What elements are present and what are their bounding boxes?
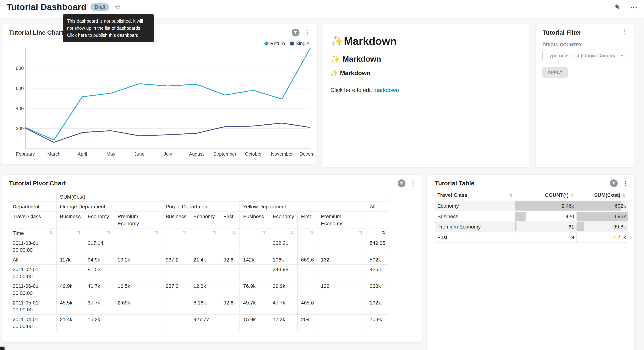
sort-icon[interactable]: ⇅ [310, 230, 314, 236]
sum-cell: 696k [576, 211, 628, 222]
sum-cell: 99.8k [576, 222, 628, 232]
pivot-cell [114, 314, 162, 331]
pivot-cell: 132 [317, 281, 366, 298]
edit-pencil-icon[interactable]: ✎ [614, 3, 620, 11]
sum-cell: 1.71k [576, 232, 628, 243]
pivot-cell: 12.3k [190, 281, 220, 298]
pivot-cell: 49.9k [56, 281, 84, 298]
pivot-sort-cell: ⇅ [240, 228, 269, 238]
card-icon-group: ⋮ [621, 29, 629, 35]
pivot-cell: 2.69k [114, 298, 162, 314]
travel-class-cell: Business [435, 211, 515, 222]
sort-icon[interactable]: ⇅ [359, 230, 363, 236]
sort-icon[interactable]: ⇅ [49, 230, 53, 236]
svg-text:March: March [47, 151, 60, 157]
sort-icon[interactable]: ⇅ [212, 230, 216, 236]
pivot-cell: 70.9k [366, 314, 389, 331]
sort-icon[interactable]: ⇅ [290, 230, 294, 236]
more-menu-icon[interactable]: ⋯ [630, 3, 638, 12]
sort-icon[interactable]: ⇅ [622, 193, 626, 198]
pivot-cell: 192k [366, 298, 389, 314]
pivot-row-label: 2011-04-01 00:00:00 [9, 314, 56, 331]
pivot-col-header: Business [56, 212, 84, 228]
bottom-left-cutoff-widget[interactable] [0, 346, 4, 350]
pivot-row: 2011-03-01 00:00:00217.14332.21549.35 [9, 238, 389, 255]
sort-desc-icon[interactable]: ⇅ [382, 230, 386, 236]
pivot-cell [162, 264, 190, 281]
line-chart: 200400600800FebruaryMarchAprilMayJuneJul… [6, 44, 314, 160]
pivot-cell: 47.7k [269, 298, 298, 314]
pivot-row-label: 2011-02-01 00:00:00 [9, 264, 56, 281]
table-row[interactable]: Premium Economy6199.8k [435, 222, 628, 232]
markdown-heading-small: ✨ Markdown [330, 69, 522, 76]
pivot-row-label: 2011-05-01 00:00:00 [9, 298, 56, 314]
pivot-cell: 502k [366, 255, 389, 264]
pivot-sort-cell: ⇅ [220, 228, 240, 238]
pivot-cell: 92.6 [220, 255, 240, 264]
sort-icon[interactable]: ⇅ [183, 230, 186, 236]
publish-tooltip[interactable]: This dashboard is not published, it will… [63, 14, 154, 42]
pivot-cell: 39.9k [269, 281, 298, 298]
pivot-time-header: Time⇅ [9, 228, 56, 238]
sort-icon[interactable]: ⇅ [155, 230, 159, 236]
origin-country-label: ORIGIN COUNTRY [542, 42, 627, 47]
sort-icon[interactable]: ⇅ [262, 230, 266, 236]
svg-text:February: February [16, 151, 35, 157]
markdown-card: ✨Markdown ✨ Markdown ✨ Markdown Click he… [323, 24, 530, 168]
col-header-count[interactable]: COUNT(*)⇅ [515, 190, 577, 201]
sort-icon[interactable]: ⇅ [232, 230, 236, 236]
pivot-cell [162, 238, 190, 255]
pivot-dept-row: DepartmentOrange DepartmentPurple Depart… [9, 202, 389, 212]
pivot-row-label: All [9, 255, 56, 264]
sort-icon[interactable]: ⇅ [509, 193, 512, 198]
table-card: Tutorial Table ⋮ Travel Class⇅ COUNT(*)⇅… [428, 174, 634, 350]
card-icon-group: ⋮ [398, 179, 417, 187]
table-row[interactable]: Business420696k [435, 211, 628, 222]
col-header-label: Travel Class [438, 192, 467, 198]
kebab-menu-icon[interactable]: ⋮ [622, 180, 629, 186]
filter-indicator-icon[interactable] [398, 179, 406, 187]
pivot-group-header: Yellow Department [240, 202, 366, 212]
pivot-cell: 937.2 [162, 255, 190, 264]
kebab-menu-icon[interactable]: ⋮ [621, 29, 629, 35]
pivot-table: SUM(Cost)DepartmentOrange DepartmentPurp… [9, 192, 389, 331]
pivot-sort-cell: ⇅ [84, 228, 114, 238]
pivot-chart-card: Tutorial Pivot Chart ⋮ SUM(Cost)Departme… [2, 174, 422, 343]
origin-country-select[interactable]: Type or Select [Origin Country] ▾ [542, 50, 627, 61]
line-chart-title: Tutorial Line Chart [9, 29, 63, 36]
sort-icon[interactable]: ⇅ [107, 230, 111, 236]
sort-icon[interactable]: ⇅ [571, 193, 574, 198]
markdown-edit-text: Click here to edit [330, 87, 373, 93]
markdown-edit-line: Click here to edit markdown [330, 87, 522, 93]
pivot-cell: 41.7k [84, 281, 114, 298]
table-card-title: Tutorial Table [435, 180, 474, 187]
sum-cell: 602k [576, 201, 628, 211]
pivot-cell: 21.4k [56, 314, 84, 331]
table-row[interactable]: First91.71k [435, 232, 628, 243]
pivot-cell: 332.21 [269, 238, 298, 255]
kebab-menu-icon[interactable]: ⋮ [303, 30, 311, 36]
favorite-star-icon[interactable]: ☆ [114, 3, 120, 11]
kebab-menu-icon[interactable]: ⋮ [409, 180, 417, 186]
pivot-cell: 45.5k [56, 298, 84, 314]
pivot-cell: 106k [269, 255, 298, 264]
pivot-cell [317, 298, 366, 314]
apply-button[interactable]: APPLY [542, 67, 568, 78]
pivot-row: 2011-06-01 00:00:0049.9k41.7k16.5k937.21… [9, 281, 389, 298]
caret-down-icon: ▾ [621, 53, 623, 58]
markdown-edit-link[interactable]: markdown [373, 87, 399, 93]
pivot-group-header: Purple Department [162, 202, 240, 212]
count-cell: 2.46k [515, 201, 577, 211]
pivot-cell [220, 264, 240, 281]
pivot-cell: 94.9k [84, 255, 114, 264]
col-header-sum[interactable]: SUM(Cost)⇅ [576, 190, 628, 201]
table-row[interactable]: Economy2.46k602k [435, 201, 628, 211]
pivot-cell: 49.7k [240, 298, 269, 314]
filter-indicator-icon[interactable] [610, 179, 618, 187]
col-header-travel-class[interactable]: Travel Class⇅ [435, 190, 515, 201]
filter-indicator-icon[interactable] [292, 29, 300, 36]
pivot-cell [56, 264, 84, 281]
sort-icon[interactable]: ⇅ [77, 230, 81, 236]
draft-badge[interactable]: Draft [90, 3, 110, 11]
filter-card-title: Tutorial Filter [542, 29, 581, 36]
